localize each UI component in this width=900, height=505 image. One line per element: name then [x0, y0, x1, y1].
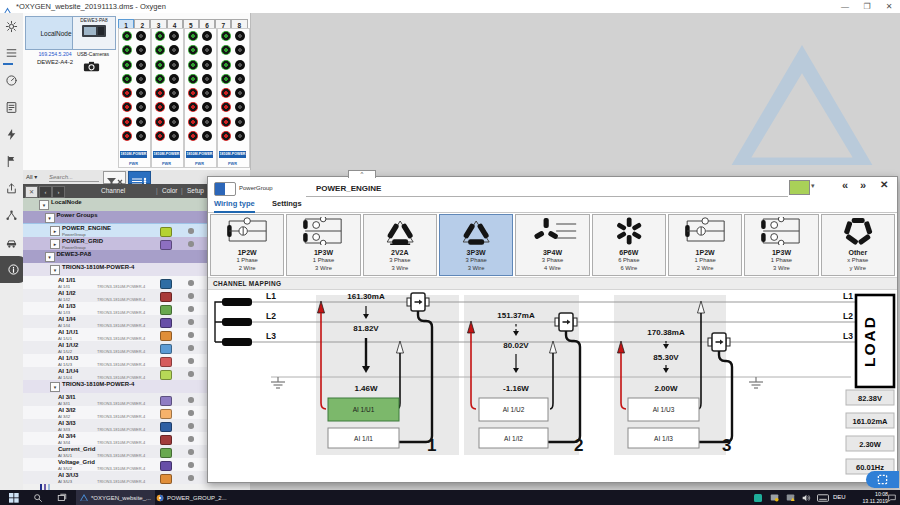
close-button[interactable]: ✕ [878, 0, 900, 13]
total-value-0: 82.38V [858, 394, 882, 403]
color-chip[interactable] [160, 331, 172, 341]
banana-jack-signal [155, 74, 165, 84]
wiring-type-6p6w-5[interactable]: 6P6W 6 Phase 6 Wire [592, 214, 666, 276]
tray-app-icon-1[interactable] [752, 492, 764, 504]
color-chip[interactable] [160, 279, 172, 289]
network-icon[interactable] [0, 202, 23, 229]
banana-jack-ground [202, 74, 212, 84]
touch-keyboard-button[interactable] [866, 471, 899, 488]
banana-jack-signal [188, 74, 198, 84]
wiring-type-1p3w-1[interactable]: 1P3W 1 Phase 3 Wire [286, 214, 360, 276]
close-dialog-button[interactable]: ✕ [880, 179, 888, 190]
color-chip[interactable] [160, 318, 172, 328]
maximize-button[interactable]: ❐ [856, 0, 878, 13]
channel-list-icon[interactable] [0, 40, 23, 67]
row-label: TRION3-1810M-POWER-4 [62, 264, 134, 270]
column-setup[interactable]: Setup [187, 187, 204, 194]
connector-row [152, 72, 183, 86]
task-view-icon[interactable] [52, 492, 72, 504]
line-label-left-L3: L3 [266, 331, 276, 341]
export-icon[interactable] [0, 175, 23, 202]
previous-group-button[interactable]: « [842, 179, 848, 191]
collapse-all-button[interactable]: ✕ [25, 186, 38, 198]
settings-icon[interactable] [0, 13, 23, 40]
channel-view-button[interactable] [128, 171, 151, 184]
total-value-1: 161.02mA [852, 417, 888, 426]
wiring-phase: 1 Phase [287, 257, 359, 265]
color-chip[interactable] [160, 396, 172, 406]
color-chip[interactable] [160, 292, 172, 302]
clock[interactable]: 10:08 13.11.2019 [848, 491, 888, 504]
events-icon[interactable] [0, 148, 23, 175]
column-channel[interactable]: Channel [101, 187, 125, 194]
taskbar-app-oxygen[interactable]: *OXYGEN_website_... [76, 490, 155, 505]
wiring-type-other-8[interactable]: Other x Phase y Wire [821, 214, 895, 276]
color-chip[interactable] [160, 305, 172, 315]
remote-device-card[interactable]: DEWE3-PA8 [72, 16, 116, 50]
expander-icon[interactable]: ▾ [39, 200, 49, 210]
group-color-swatch[interactable] [789, 180, 810, 195]
action-center-icon[interactable] [886, 492, 898, 504]
tray-warning-icon[interactable] [784, 492, 796, 504]
tab-wiring-type[interactable]: Wiring type [214, 199, 255, 213]
collapse-dialog-handle[interactable]: ^ [348, 170, 376, 178]
wiring-type-1p2w-6[interactable]: 1P2W 1 Phase 2 Wire [668, 214, 742, 276]
back-button[interactable]: ‹ [39, 186, 52, 198]
color-chip[interactable] [160, 435, 172, 445]
filter-dropdown[interactable]: All ▾ [26, 173, 37, 180]
camera-icon[interactable] [83, 58, 100, 76]
color-chip[interactable] [160, 227, 172, 237]
trigger-icon[interactable] [0, 121, 23, 148]
start-button[interactable] [4, 492, 24, 504]
forward-button[interactable]: › [52, 186, 65, 198]
power-group-type-label: PowerGroup [239, 185, 273, 191]
color-dropdown-icon[interactable]: ▾ [811, 182, 815, 190]
i-channel-label-2: AI 1/I2 [504, 435, 523, 442]
tray-app-icon-2[interactable] [768, 492, 780, 504]
expander-icon[interactable]: ▾ [45, 213, 55, 223]
color-chip[interactable] [160, 357, 172, 367]
vehicle-icon[interactable] [0, 229, 23, 256]
speaker-icon[interactable] [800, 492, 812, 504]
color-chip[interactable] [160, 461, 172, 471]
search-input[interactable] [49, 172, 99, 182]
wiring-type-1p2w-0[interactable]: 1P2W 1 Phase 2 Wire [210, 214, 284, 276]
language-indicator[interactable]: DEU [833, 494, 846, 500]
measurement-icon[interactable] [0, 67, 23, 94]
color-chip[interactable] [160, 409, 172, 419]
banana-jack-ground [169, 102, 179, 112]
column-color[interactable]: Color [162, 187, 178, 194]
wiring-type-3p4w-4[interactable]: 3P4W 3 Phase 4 Wire [515, 214, 589, 276]
wiring-type-2v2a-2[interactable]: 2V2A 3 Phase 3 Wire [363, 214, 437, 276]
status-dot [188, 371, 194, 377]
status-dot [188, 410, 194, 416]
expander-icon[interactable]: ▸ [50, 239, 60, 249]
color-chip[interactable] [160, 370, 172, 380]
taskbar-app-power-group[interactable]: POWER_GROUP_2... [152, 490, 231, 505]
search-icon[interactable] [28, 492, 48, 504]
row-label: AI 3/I2 [58, 407, 76, 413]
row-label: AI 1/U4 [58, 368, 78, 374]
color-chip[interactable] [160, 240, 172, 250]
color-chip[interactable] [160, 474, 172, 484]
minimize-button[interactable]: — [834, 0, 856, 13]
status-dot [188, 358, 194, 364]
keyboard-icon[interactable] [816, 492, 830, 504]
next-group-button[interactable]: » [860, 179, 866, 191]
color-chip[interactable] [160, 448, 172, 458]
expander-icon[interactable]: ▸ [50, 226, 60, 236]
filter-funnel-button[interactable] [103, 171, 126, 184]
wiring-type-3p3w-3[interactable]: 3P3W 3 Phase 3 Wire [439, 214, 513, 276]
color-chip[interactable] [160, 344, 172, 354]
power-group-toggle[interactable] [214, 182, 236, 196]
color-chip[interactable] [160, 422, 172, 432]
expander-icon[interactable]: ▾ [50, 265, 60, 275]
wiring-type-1p3w-7[interactable]: 1P3W 1 Phase 3 Wire [744, 214, 818, 276]
group-name-input[interactable] [306, 180, 788, 197]
tab-settings[interactable]: Settings [272, 199, 302, 211]
expander-icon[interactable]: ▾ [50, 382, 60, 392]
expander-icon[interactable]: ▾ [45, 252, 55, 262]
banana-jack-ground [235, 74, 245, 84]
screens-icon[interactable] [0, 94, 23, 121]
wiring-wire: 3 Wire [745, 265, 817, 273]
